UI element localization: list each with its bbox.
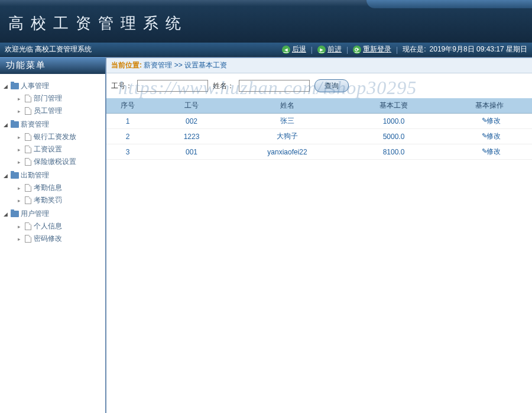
folder-icon (11, 172, 19, 179)
caret-down-icon: ◢ (4, 83, 8, 89)
caret-right-icon: ▸ (18, 198, 21, 204)
pencil-icon (479, 149, 485, 155)
edit-label: 修改 (486, 147, 501, 157)
emp-no-input[interactable] (137, 80, 208, 92)
tree-group-label: 出勤管理 (21, 170, 49, 180)
cell-empno: 002 (149, 114, 234, 129)
caret-down-icon: ◢ (4, 173, 8, 179)
tree-group-label: 用户管理 (21, 209, 49, 219)
tree-group-label: 人事管理 (21, 81, 49, 91)
divider: | (311, 46, 313, 54)
tree-group-0[interactable]: ◢人事管理 (2, 80, 103, 92)
caret-right-icon: ▸ (18, 236, 21, 242)
edit-label: 修改 (486, 131, 501, 141)
tree-item-1-1[interactable]: ▸工资设置 (17, 143, 103, 156)
tree-item-label: 保险缴税设置 (34, 157, 76, 167)
query-button[interactable]: 查询 (314, 79, 349, 92)
breadcrumb-sep: >> (174, 61, 183, 69)
cell-name: yanxiaofei22 (234, 144, 340, 160)
cell-empno: 1223 (149, 129, 234, 144)
page-icon (25, 158, 31, 166)
tree-item-label: 银行工资发放 (34, 132, 76, 142)
tree-item-1-0[interactable]: ▸银行工资发放 (17, 131, 103, 143)
folder-icon (11, 121, 19, 128)
main-content: 当前位置: 薪资管理 >> 设置基本工资 工号： 姓名： 查询 序号 工号 姓名… (106, 57, 532, 413)
back-button[interactable]: ◄ 后退 (282, 44, 306, 54)
cell-index: 1 (106, 114, 149, 129)
caret-right-icon: ▸ (18, 108, 21, 114)
caret-right-icon: ▸ (18, 147, 21, 153)
col-empno: 工号 (149, 98, 234, 114)
page-icon (25, 196, 31, 204)
back-label: 后退 (292, 44, 306, 54)
forward-button[interactable]: ► 前进 (317, 44, 342, 54)
tree-item-0-1[interactable]: ▸员工管理 (17, 105, 103, 117)
caret-right-icon: ▸ (18, 96, 21, 102)
tree-item-2-0[interactable]: ▸考勤信息 (17, 182, 103, 194)
nav-tree: ◢人事管理▸部门管理▸员工管理◢薪资管理▸银行工资发放▸工资设置▸保险缴税设置◢… (0, 74, 105, 251)
edit-link[interactable]: 修改 (479, 116, 501, 126)
emp-no-label: 工号： (111, 81, 132, 91)
table-row: 1002张三1000.0修改 (106, 114, 532, 129)
tree-item-1-2[interactable]: ▸保险缴税设置 (17, 156, 103, 168)
tree-item-label: 密码修改 (34, 234, 62, 244)
col-action: 基本操作 (447, 98, 532, 114)
name-input[interactable] (239, 80, 310, 92)
tree-item-3-1[interactable]: ▸密码修改 (17, 233, 103, 245)
breadcrumb-path2: 设置基本工资 (184, 61, 227, 69)
welcome-text: 欢迎光临 高校工资管理系统 (5, 44, 282, 54)
caret-down-icon: ◢ (4, 211, 8, 217)
tree-item-label: 工资设置 (34, 144, 62, 154)
cell-salary: 5000.0 (340, 129, 447, 144)
col-name: 姓名 (234, 98, 340, 114)
edit-label: 修改 (486, 116, 501, 126)
topbar: 欢迎光临 高校工资管理系统 ◄ 后退 | ► 前进 | ⟳ 重新登录 | 现在是… (0, 43, 532, 57)
tree-item-label: 个人信息 (34, 221, 62, 231)
sidebar-title: 功能菜单 (0, 57, 105, 74)
tree-group-2[interactable]: ◢出勤管理 (2, 169, 103, 182)
tree-item-0-0[interactable]: ▸部门管理 (17, 92, 103, 105)
tree-item-3-0[interactable]: ▸个人信息 (17, 220, 103, 233)
datetime-text: 2019年9月8日 09:43:17 星期日 (430, 44, 527, 54)
tree-group-3[interactable]: ◢用户管理 (2, 208, 103, 220)
tree-item-label: 部门管理 (34, 93, 62, 104)
page-icon (25, 235, 31, 243)
page-icon (25, 133, 31, 141)
tree-item-2-1[interactable]: ▸考勤奖罚 (17, 194, 103, 206)
cell-empno: 001 (149, 144, 234, 160)
cell-name: 张三 (234, 114, 340, 129)
page-icon (25, 146, 31, 153)
sidebar: 功能菜单 ◢人事管理▸部门管理▸员工管理◢薪资管理▸银行工资发放▸工资设置▸保险… (0, 57, 106, 413)
col-index: 序号 (106, 98, 149, 114)
tree-group-1[interactable]: ◢薪资管理 (2, 118, 103, 131)
cell-index: 2 (106, 129, 149, 144)
salary-table: 序号 工号 姓名 基本工资 基本操作 1002张三1000.0修改21223大狗… (106, 98, 532, 160)
folder-icon (11, 83, 19, 89)
breadcrumb-path1[interactable]: 薪资管理 (144, 61, 172, 69)
search-bar: 工号： 姓名： 查询 (106, 73, 532, 98)
relogin-button[interactable]: ⟳ 重新登录 (353, 44, 391, 54)
col-salary: 基本工资 (340, 98, 447, 114)
tree-item-label: 考勤信息 (34, 183, 62, 193)
page-icon (25, 184, 31, 192)
caret-right-icon: ▸ (18, 224, 21, 230)
header-decoration (366, 0, 532, 8)
app-header: 高校工资管理系统 (0, 0, 532, 43)
table-header-row: 序号 工号 姓名 基本工资 基本操作 (106, 98, 532, 114)
table-row: 21223大狗子5000.0修改 (106, 129, 532, 144)
caret-down-icon: ◢ (4, 122, 8, 128)
breadcrumb-label: 当前位置: (111, 61, 142, 69)
edit-link[interactable]: 修改 (479, 131, 501, 141)
relogin-label: 重新登录 (363, 44, 391, 54)
back-icon: ◄ (282, 46, 290, 54)
caret-right-icon: ▸ (18, 134, 21, 140)
breadcrumb: 当前位置: 薪资管理 >> 设置基本工资 (106, 58, 532, 73)
datetime-prefix: 现在是: (403, 44, 426, 54)
page-icon (25, 107, 31, 115)
edit-link[interactable]: 修改 (479, 147, 501, 157)
tree-group-label: 薪资管理 (21, 120, 49, 130)
tree-item-label: 员工管理 (34, 106, 62, 116)
divider: | (346, 46, 348, 54)
cell-name: 大狗子 (234, 129, 340, 144)
cell-salary: 8100.0 (340, 144, 447, 160)
